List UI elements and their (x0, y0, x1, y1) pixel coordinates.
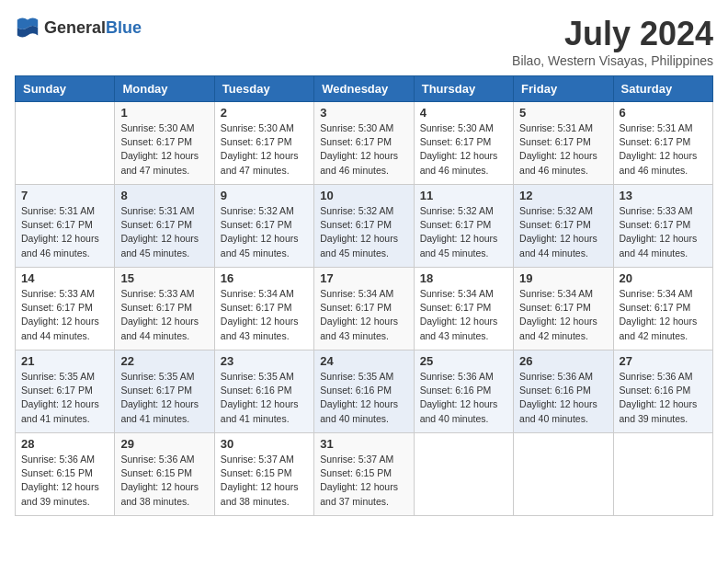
table-row (414, 433, 513, 516)
calendar-header-row: Sunday Monday Tuesday Wednesday Thursday… (16, 76, 713, 102)
day-number: 18 (420, 271, 507, 285)
day-number: 17 (320, 271, 407, 285)
day-number: 10 (320, 189, 407, 202)
week-row-2: 7Sunrise: 5:31 AM Sunset: 6:17 PM Daylig… (16, 185, 713, 268)
day-info: Sunrise: 5:35 AM Sunset: 6:17 PM Dayligh… (120, 370, 208, 426)
header-saturday: Saturday (613, 76, 712, 102)
table-row: 15Sunrise: 5:33 AM Sunset: 6:17 PM Dayli… (115, 268, 214, 350)
day-info: Sunrise: 5:36 AM Sunset: 6:15 PM Dayligh… (120, 453, 208, 509)
day-number: 27 (620, 354, 707, 368)
day-info: Sunrise: 5:34 AM Sunset: 6:17 PM Dayligh… (519, 287, 607, 343)
day-number: 7 (21, 189, 108, 202)
table-row: 27Sunrise: 5:36 AM Sunset: 6:16 PM Dayli… (613, 350, 712, 433)
day-info: Sunrise: 5:30 AM Sunset: 6:17 PM Dayligh… (221, 121, 308, 178)
header-wednesday: Wednesday (314, 76, 414, 102)
table-row: 4Sunrise: 5:30 AM Sunset: 6:17 PM Daylig… (414, 102, 513, 185)
table-row: 13Sunrise: 5:33 AM Sunset: 6:17 PM Dayli… (613, 185, 712, 268)
table-row: 5Sunrise: 5:31 AM Sunset: 6:17 PM Daylig… (514, 102, 613, 185)
day-info: Sunrise: 5:32 AM Sunset: 6:17 PM Dayligh… (420, 204, 507, 260)
table-row: 23Sunrise: 5:35 AM Sunset: 6:16 PM Dayli… (214, 350, 313, 433)
day-number: 15 (120, 271, 208, 285)
day-info: Sunrise: 5:34 AM Sunset: 6:17 PM Dayligh… (420, 287, 507, 343)
week-row-5: 28Sunrise: 5:36 AM Sunset: 6:15 PM Dayli… (16, 433, 713, 516)
day-info: Sunrise: 5:36 AM Sunset: 6:16 PM Dayligh… (620, 370, 707, 426)
day-info: Sunrise: 5:36 AM Sunset: 6:16 PM Dayligh… (420, 370, 507, 426)
table-row: 24Sunrise: 5:35 AM Sunset: 6:16 PM Dayli… (314, 350, 414, 433)
day-number: 9 (221, 189, 308, 202)
table-row: 30Sunrise: 5:37 AM Sunset: 6:15 PM Dayli… (214, 433, 313, 516)
day-number: 14 (21, 271, 108, 285)
day-info: Sunrise: 5:33 AM Sunset: 6:17 PM Dayligh… (620, 204, 707, 260)
day-number: 6 (620, 106, 707, 120)
logo-general: General (44, 18, 106, 37)
table-row: 19Sunrise: 5:34 AM Sunset: 6:17 PM Dayli… (514, 268, 613, 350)
day-info: Sunrise: 5:34 AM Sunset: 6:17 PM Dayligh… (320, 287, 407, 343)
day-number: 19 (519, 271, 607, 285)
week-row-1: 1Sunrise: 5:30 AM Sunset: 6:17 PM Daylig… (16, 102, 713, 185)
day-info: Sunrise: 5:31 AM Sunset: 6:17 PM Dayligh… (21, 204, 108, 260)
day-info: Sunrise: 5:31 AM Sunset: 6:17 PM Dayligh… (519, 121, 607, 178)
logo: GeneralBlue (15, 15, 142, 40)
month-title: July 2024 (512, 15, 713, 53)
day-number: 5 (519, 106, 607, 120)
day-number: 28 (21, 437, 108, 451)
day-info: Sunrise: 5:34 AM Sunset: 6:17 PM Dayligh… (221, 287, 308, 343)
day-number: 11 (420, 189, 507, 202)
table-row: 29Sunrise: 5:36 AM Sunset: 6:15 PM Dayli… (115, 433, 214, 516)
day-info: Sunrise: 5:30 AM Sunset: 6:17 PM Dayligh… (420, 121, 507, 178)
logo-blue: Blue (106, 18, 142, 37)
header: GeneralBlue July 2024 Bilao, Western Vis… (15, 15, 713, 68)
day-info: Sunrise: 5:33 AM Sunset: 6:17 PM Dayligh… (21, 287, 108, 343)
day-number: 21 (21, 354, 108, 368)
day-info: Sunrise: 5:36 AM Sunset: 6:15 PM Dayligh… (21, 453, 108, 509)
day-number: 13 (620, 189, 707, 202)
day-number: 2 (221, 106, 308, 120)
table-row: 3Sunrise: 5:30 AM Sunset: 6:17 PM Daylig… (314, 102, 414, 185)
table-row: 10Sunrise: 5:32 AM Sunset: 6:17 PM Dayli… (314, 185, 414, 268)
day-info: Sunrise: 5:32 AM Sunset: 6:17 PM Dayligh… (320, 204, 407, 260)
table-row: 20Sunrise: 5:34 AM Sunset: 6:17 PM Dayli… (613, 268, 712, 350)
table-row: 2Sunrise: 5:30 AM Sunset: 6:17 PM Daylig… (214, 102, 313, 185)
table-row: 26Sunrise: 5:36 AM Sunset: 6:16 PM Dayli… (514, 350, 613, 433)
table-row (16, 102, 115, 185)
week-row-3: 14Sunrise: 5:33 AM Sunset: 6:17 PM Dayli… (16, 268, 713, 350)
table-row: 1Sunrise: 5:30 AM Sunset: 6:17 PM Daylig… (115, 102, 214, 185)
day-number: 8 (120, 189, 208, 202)
day-info: Sunrise: 5:32 AM Sunset: 6:17 PM Dayligh… (221, 204, 308, 260)
day-info: Sunrise: 5:31 AM Sunset: 6:17 PM Dayligh… (620, 121, 707, 178)
day-info: Sunrise: 5:34 AM Sunset: 6:17 PM Dayligh… (620, 287, 707, 343)
day-number: 29 (120, 437, 208, 451)
location-title: Bilao, Western Visayas, Philippines (512, 53, 713, 68)
day-number: 26 (519, 354, 607, 368)
day-number: 23 (221, 354, 308, 368)
logo-icon (15, 15, 40, 40)
day-number: 12 (519, 189, 607, 202)
table-row: 28Sunrise: 5:36 AM Sunset: 6:15 PM Dayli… (16, 433, 115, 516)
day-number: 16 (221, 271, 308, 285)
day-number: 3 (320, 106, 407, 120)
header-sunday: Sunday (16, 76, 115, 102)
table-row: 11Sunrise: 5:32 AM Sunset: 6:17 PM Dayli… (414, 185, 513, 268)
day-number: 30 (221, 437, 308, 451)
day-info: Sunrise: 5:33 AM Sunset: 6:17 PM Dayligh… (120, 287, 208, 343)
header-friday: Friday (514, 76, 613, 102)
header-monday: Monday (115, 76, 214, 102)
day-number: 20 (620, 271, 707, 285)
table-row: 14Sunrise: 5:33 AM Sunset: 6:17 PM Dayli… (16, 268, 115, 350)
header-tuesday: Tuesday (214, 76, 313, 102)
table-row: 16Sunrise: 5:34 AM Sunset: 6:17 PM Dayli… (214, 268, 313, 350)
day-number: 22 (120, 354, 208, 368)
table-row: 8Sunrise: 5:31 AM Sunset: 6:17 PM Daylig… (115, 185, 214, 268)
day-number: 31 (320, 437, 407, 451)
day-number: 24 (320, 354, 407, 368)
table-row: 12Sunrise: 5:32 AM Sunset: 6:17 PM Dayli… (514, 185, 613, 268)
day-info: Sunrise: 5:31 AM Sunset: 6:17 PM Dayligh… (120, 204, 208, 260)
table-row: 6Sunrise: 5:31 AM Sunset: 6:17 PM Daylig… (613, 102, 712, 185)
table-row: 17Sunrise: 5:34 AM Sunset: 6:17 PM Dayli… (314, 268, 414, 350)
table-row: 31Sunrise: 5:37 AM Sunset: 6:15 PM Dayli… (314, 433, 414, 516)
day-info: Sunrise: 5:35 AM Sunset: 6:16 PM Dayligh… (320, 370, 407, 426)
day-number: 25 (420, 354, 507, 368)
table-row (514, 433, 613, 516)
day-info: Sunrise: 5:36 AM Sunset: 6:16 PM Dayligh… (519, 370, 607, 426)
header-thursday: Thursday (414, 76, 513, 102)
